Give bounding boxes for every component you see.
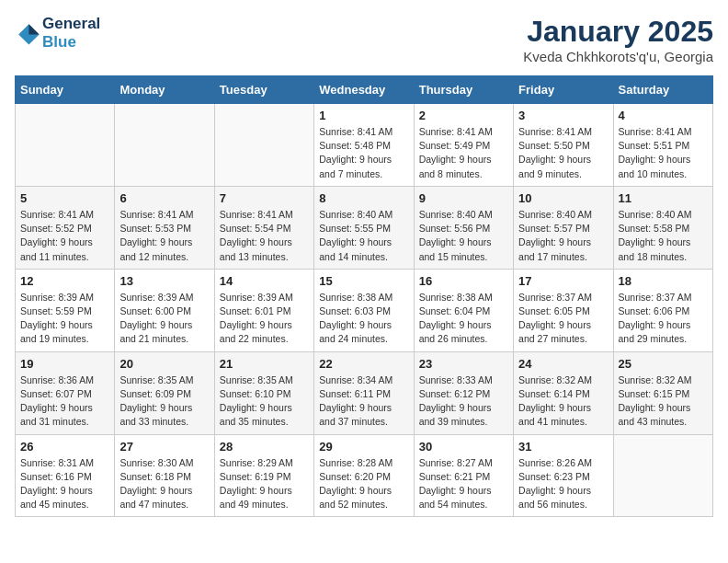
- weekday-header: Friday: [514, 76, 613, 104]
- day-info: Sunrise: 8:28 AM Sunset: 6:20 PM Dayligh…: [319, 456, 408, 512]
- day-number: 13: [119, 274, 209, 288]
- day-number: 12: [20, 274, 109, 288]
- logo: General Blue: [15, 15, 100, 51]
- day-info: Sunrise: 8:33 AM Sunset: 6:12 PM Dayligh…: [419, 373, 508, 430]
- day-info: Sunrise: 8:38 AM Sunset: 6:04 PM Dayligh…: [419, 291, 508, 347]
- logo-text-blue: Blue: [42, 33, 100, 52]
- calendar-cell: 7Sunrise: 8:41 AM Sunset: 5:54 PM Daylig…: [214, 186, 313, 269]
- calendar-cell: 12Sunrise: 8:39 AM Sunset: 5:59 PM Dayli…: [16, 269, 115, 351]
- calendar-cell: 16Sunrise: 8:38 AM Sunset: 6:04 PM Dayli…: [414, 269, 513, 351]
- day-number: 25: [619, 357, 708, 371]
- weekday-header: Saturday: [613, 76, 712, 104]
- day-info: Sunrise: 8:39 AM Sunset: 6:01 PM Dayligh…: [220, 291, 309, 347]
- day-info: Sunrise: 8:40 AM Sunset: 5:57 PM Dayligh…: [518, 208, 608, 264]
- calendar-cell: 26Sunrise: 8:31 AM Sunset: 6:16 PM Dayli…: [16, 434, 115, 517]
- svg-marker-1: [28, 24, 39, 34]
- calendar-cell: 21Sunrise: 8:35 AM Sunset: 6:10 PM Dayli…: [214, 351, 313, 434]
- calendar-cell: 9Sunrise: 8:40 AM Sunset: 5:56 PM Daylig…: [414, 186, 513, 269]
- day-info: Sunrise: 8:35 AM Sunset: 6:09 PM Dayligh…: [119, 373, 209, 430]
- day-number: 23: [419, 357, 508, 371]
- calendar-cell: 6Sunrise: 8:41 AM Sunset: 5:53 PM Daylig…: [115, 186, 214, 269]
- day-info: Sunrise: 8:34 AM Sunset: 6:11 PM Dayligh…: [319, 373, 408, 430]
- logo-icon: [15, 20, 40, 46]
- day-number: 15: [319, 274, 408, 288]
- day-info: Sunrise: 8:37 AM Sunset: 6:05 PM Dayligh…: [518, 291, 608, 347]
- day-info: Sunrise: 8:27 AM Sunset: 6:21 PM Dayligh…: [419, 456, 508, 512]
- calendar-cell: 1Sunrise: 8:41 AM Sunset: 5:48 PM Daylig…: [314, 104, 414, 187]
- calendar-cell: 4Sunrise: 8:41 AM Sunset: 5:51 PM Daylig…: [613, 104, 712, 187]
- calendar-cell: 20Sunrise: 8:35 AM Sunset: 6:09 PM Dayli…: [115, 351, 214, 434]
- day-info: Sunrise: 8:36 AM Sunset: 6:07 PM Dayligh…: [20, 373, 109, 430]
- day-number: 10: [518, 191, 608, 205]
- day-number: 31: [518, 440, 608, 454]
- calendar-cell: 14Sunrise: 8:39 AM Sunset: 6:01 PM Dayli…: [214, 269, 313, 351]
- weekday-header: Tuesday: [214, 76, 313, 104]
- calendar-cell: 13Sunrise: 8:39 AM Sunset: 6:00 PM Dayli…: [115, 269, 214, 351]
- calendar-cell: 17Sunrise: 8:37 AM Sunset: 6:05 PM Dayli…: [514, 269, 613, 351]
- day-number: 24: [518, 357, 608, 371]
- calendar-cell: [115, 104, 214, 187]
- day-info: Sunrise: 8:41 AM Sunset: 5:51 PM Dayligh…: [619, 125, 708, 181]
- weekday-header: Wednesday: [314, 76, 414, 104]
- calendar-cell: 29Sunrise: 8:28 AM Sunset: 6:20 PM Dayli…: [314, 434, 414, 517]
- day-number: 27: [119, 440, 209, 454]
- day-info: Sunrise: 8:41 AM Sunset: 5:49 PM Dayligh…: [419, 125, 508, 181]
- day-number: 6: [119, 191, 209, 205]
- day-number: 30: [419, 440, 508, 454]
- day-number: 4: [619, 109, 708, 122]
- day-info: Sunrise: 8:32 AM Sunset: 6:15 PM Dayligh…: [619, 373, 708, 430]
- day-number: 7: [220, 191, 309, 205]
- calendar-cell: 24Sunrise: 8:32 AM Sunset: 6:14 PM Dayli…: [514, 351, 613, 434]
- calendar-cell: 2Sunrise: 8:41 AM Sunset: 5:49 PM Daylig…: [414, 104, 513, 187]
- weekday-header: Thursday: [414, 76, 513, 104]
- day-number: 8: [319, 191, 408, 205]
- day-info: Sunrise: 8:39 AM Sunset: 6:00 PM Dayligh…: [119, 291, 209, 347]
- day-info: Sunrise: 8:26 AM Sunset: 6:23 PM Dayligh…: [518, 456, 608, 512]
- day-number: 17: [518, 274, 608, 288]
- day-info: Sunrise: 8:41 AM Sunset: 5:52 PM Dayligh…: [20, 208, 109, 264]
- day-number: 28: [220, 440, 309, 454]
- calendar-cell: 23Sunrise: 8:33 AM Sunset: 6:12 PM Dayli…: [414, 351, 513, 434]
- weekday-header: Sunday: [16, 76, 115, 104]
- title-block: January 2025 Kveda Chkhkorots'q'u, Georg…: [523, 15, 713, 64]
- calendar-cell: 22Sunrise: 8:34 AM Sunset: 6:11 PM Dayli…: [314, 351, 414, 434]
- day-number: 22: [319, 357, 408, 371]
- month-title: January 2025: [523, 15, 713, 49]
- day-number: 21: [220, 357, 309, 371]
- calendar-cell: 28Sunrise: 8:29 AM Sunset: 6:19 PM Dayli…: [214, 434, 313, 517]
- day-number: 29: [319, 440, 408, 454]
- calendar-cell: 11Sunrise: 8:40 AM Sunset: 5:58 PM Dayli…: [613, 186, 712, 269]
- day-number: 14: [220, 274, 309, 288]
- day-number: 18: [619, 274, 708, 288]
- day-info: Sunrise: 8:41 AM Sunset: 5:54 PM Dayligh…: [220, 208, 309, 264]
- calendar-cell: 27Sunrise: 8:30 AM Sunset: 6:18 PM Dayli…: [115, 434, 214, 517]
- calendar-cell: 25Sunrise: 8:32 AM Sunset: 6:15 PM Dayli…: [613, 351, 712, 434]
- calendar-cell: 30Sunrise: 8:27 AM Sunset: 6:21 PM Dayli…: [414, 434, 513, 517]
- day-info: Sunrise: 8:40 AM Sunset: 5:55 PM Dayligh…: [319, 208, 408, 264]
- day-info: Sunrise: 8:29 AM Sunset: 6:19 PM Dayligh…: [220, 456, 309, 512]
- calendar-cell: [613, 434, 712, 517]
- calendar-cell: [16, 104, 115, 187]
- day-info: Sunrise: 8:38 AM Sunset: 6:03 PM Dayligh…: [319, 291, 408, 347]
- day-number: 5: [20, 191, 109, 205]
- day-number: 3: [518, 109, 608, 122]
- calendar-cell: 5Sunrise: 8:41 AM Sunset: 5:52 PM Daylig…: [16, 186, 115, 269]
- logo-text-general: General: [42, 15, 100, 33]
- day-info: Sunrise: 8:32 AM Sunset: 6:14 PM Dayligh…: [518, 373, 608, 430]
- day-info: Sunrise: 8:31 AM Sunset: 6:16 PM Dayligh…: [20, 456, 109, 512]
- day-info: Sunrise: 8:39 AM Sunset: 5:59 PM Dayligh…: [20, 291, 109, 347]
- calendar-cell: 15Sunrise: 8:38 AM Sunset: 6:03 PM Dayli…: [314, 269, 414, 351]
- day-info: Sunrise: 8:30 AM Sunset: 6:18 PM Dayligh…: [119, 456, 209, 512]
- day-info: Sunrise: 8:35 AM Sunset: 6:10 PM Dayligh…: [220, 373, 309, 430]
- day-info: Sunrise: 8:41 AM Sunset: 5:50 PM Dayligh…: [518, 125, 608, 181]
- day-number: 1: [319, 109, 408, 122]
- day-info: Sunrise: 8:40 AM Sunset: 5:56 PM Dayligh…: [419, 208, 508, 264]
- day-number: 9: [419, 191, 508, 205]
- calendar-cell: [214, 104, 313, 187]
- day-info: Sunrise: 8:37 AM Sunset: 6:06 PM Dayligh…: [619, 291, 708, 347]
- page-header: General Blue January 2025 Kveda Chkhkoro…: [15, 15, 713, 64]
- day-number: 16: [419, 274, 508, 288]
- day-info: Sunrise: 8:41 AM Sunset: 5:53 PM Dayligh…: [119, 208, 209, 264]
- day-number: 19: [20, 357, 109, 371]
- day-info: Sunrise: 8:40 AM Sunset: 5:58 PM Dayligh…: [619, 208, 708, 264]
